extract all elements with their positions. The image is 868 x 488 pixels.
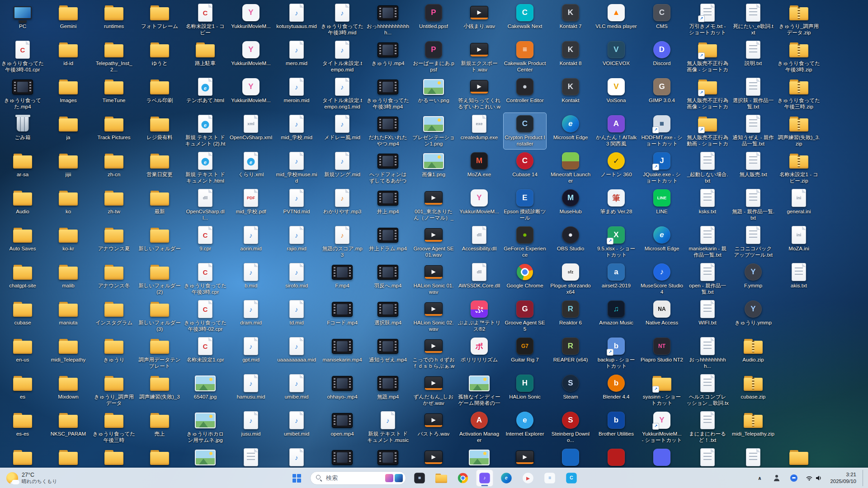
desktop-icon[interactable]: malib — [47, 261, 90, 297]
desktop-icon[interactable]: 無題 - 親作品一覧.txt — [732, 187, 774, 223]
desktop-icon[interactable]: ▶こっでのｈｄずおｆｄｓｂらぶぁ.wav — [412, 335, 455, 371]
desktop-icon[interactable]: _起動しない場合.txt — [686, 150, 729, 186]
desktop-icon[interactable]: DDiscord — [641, 39, 683, 75]
desktop-icon[interactable]: CCMS — [641, 2, 683, 38]
desktop-icon[interactable]: 筆筆まめ Ver.28 — [595, 187, 637, 223]
desktop-icon[interactable]: eMicrosoft Edge — [549, 113, 592, 149]
desktop-icon[interactable]: id-id — [47, 39, 90, 75]
desktop-icon[interactable]: ♪mid_学校.mid — [275, 113, 318, 149]
desktop-icon[interactable]: 井上ドラム.mp4 — [367, 224, 409, 260]
desktop-icon[interactable]: ♪新規 テキスト ドキュメント.musicxml — [367, 409, 409, 446]
desktop-icon[interactable]: きゅうり_調声用データ — [93, 372, 135, 408]
desktop-icon[interactable]: dllOpenCvSharp.dll... — [184, 187, 226, 223]
desktop-icon[interactable]: GGroove Agent SE 5 — [504, 298, 546, 334]
desktop-icon[interactable]: Y↗YukkuriMovieM... - ショートカット — [641, 409, 683, 446]
desktop-icon[interactable]: PUntitled.ppsf — [412, 2, 455, 38]
desktop-icon[interactable]: 孤独なインディーゲーム開発者の一生... — [458, 372, 500, 408]
desktop-icon[interactable]: VVOICEVOX — [595, 39, 637, 75]
desktop-icon[interactable]: zh-cn — [93, 150, 135, 186]
desktop-icon[interactable]: MMuseHub — [549, 187, 592, 223]
desktop-icon[interactable]: ▲VLC media player — [595, 2, 637, 38]
desktop-icon[interactable]: dllAWSSDK.Core.dll — [458, 261, 500, 297]
desktop-icon[interactable]: open.mp4 — [321, 409, 363, 446]
desktop-icon[interactable]: ♪メドレー風.mid — [321, 113, 363, 149]
search-box[interactable]: 検索 — [310, 471, 406, 485]
desktop-icon[interactable]: ●Controller Editor — [504, 76, 546, 112]
desktop-icon[interactable]: YYukkuriMovieM... — [230, 2, 272, 38]
desktop-icon[interactable]: きゅうり食ってた午後三時 — [93, 409, 135, 446]
desktop-icon[interactable]: YYukkuriMovieM... — [230, 39, 272, 75]
desktop-icon[interactable]: C名称未設定1.cpr — [184, 335, 226, 371]
desktop-icon[interactable]: cubase.zip — [732, 372, 774, 408]
desktop-icon[interactable]: YF.ymmp — [732, 261, 774, 297]
desktop-icon[interactable]: まにまにわーるど！.txt — [686, 409, 729, 446]
desktop-icon[interactable]: ▶小銭まり.wav — [458, 2, 500, 38]
desktop-icon[interactable]: ♪b.mid — [230, 261, 272, 297]
start-button[interactable] — [288, 469, 305, 487]
desktop-icon[interactable]: かるーい.png — [412, 76, 455, 112]
desktop-icon[interactable]: manisekarin.mp4 — [321, 335, 363, 371]
taskbar-app-media-player[interactable]: ▶ — [519, 469, 537, 487]
desktop-icon[interactable]: Audio — [1, 187, 44, 223]
desktop-icon[interactable]: 最新 — [138, 187, 181, 223]
desktop-icon[interactable]: 営業日変更 — [138, 150, 181, 186]
desktop-icon[interactable]: ▶HALion Sonic 02.wav — [412, 298, 455, 334]
desktop-icon[interactable]: ▶新規エクスポート.wav — [458, 39, 500, 75]
desktop-icon[interactable]: ♪uaaaaaaaaa.mid — [275, 335, 318, 371]
desktop-icon[interactable]: sfzPlogue sforzando x64 — [549, 261, 592, 297]
desktop-icon[interactable]: アナウンス夏 — [93, 224, 135, 260]
desktop-icon[interactable]: ♪無題のスコア.mp3 — [321, 224, 363, 260]
desktop-icon[interactable]: zh-tw — [93, 187, 135, 223]
desktop-icon[interactable]: きゅうり食ってた.mp4 — [1, 76, 44, 112]
desktop-icon[interactable]: Minecraft Launcher — [549, 150, 592, 186]
desktop-icon[interactable]: ♪mid_学校muse.mid — [275, 150, 318, 186]
desktop-icon[interactable]: YYukkuriMovieM... — [230, 76, 272, 112]
desktop-icon[interactable]: eMicrosoft Edge — [641, 224, 683, 260]
desktop-icon[interactable]: Google Chrome — [504, 261, 546, 297]
desktop-icon[interactable]: ♪タイトル未設定.tempo.orig1.mid — [321, 76, 363, 112]
taskbar-clock[interactable]: 3:21 2025/09/10 — [827, 470, 859, 486]
desktop-icon[interactable]: F.mp4 — [321, 261, 363, 297]
desktop-icon[interactable]: CCubase 14 — [504, 150, 546, 186]
desktop-icon[interactable]: C名称未設定1 - コピー — [184, 2, 226, 38]
desktop-icon[interactable]: Audio.zip — [732, 335, 774, 371]
desktop-icon[interactable]: Telepathy_Inst_2... — [93, 39, 135, 75]
desktop-icon[interactable]: ↗無人販売不正行為画像 - ショートカット — [686, 76, 729, 112]
desktop-icon[interactable]: WIFI.txt — [686, 298, 729, 334]
desktop-icon[interactable]: e新規 テキスト ドキュメント (2).html — [184, 113, 226, 149]
desktop-icon[interactable]: 調声用データテンプレート — [138, 335, 181, 371]
desktop-icon[interactable]: CCrypton Product Installer — [504, 113, 546, 149]
desktop-icon[interactable]: レジ袋有料 — [138, 113, 181, 149]
show-desktop-strip[interactable] — [863, 470, 865, 486]
desktop-icon[interactable]: ♪td.mid — [275, 298, 318, 334]
desktop-icon[interactable]: Images — [47, 76, 90, 112]
desktop-icon[interactable]: きゅうりホカロン用サムネ.jpg — [184, 409, 226, 446]
desktop-icon[interactable]: EEpson 接続診断ツール — [504, 187, 546, 223]
desktop-icon[interactable]: きゅうり — [93, 335, 135, 371]
desktop-icon[interactable]: ♪rajio.mid — [275, 224, 318, 260]
desktop-icon[interactable]: ♪umibet.mid — [275, 409, 318, 446]
desktop-icon[interactable]: eテンポあて.html — [184, 76, 226, 112]
desktop-icon[interactable]: PDFmid_学校.pdf — [230, 187, 272, 223]
desktop-icon[interactable]: iniMoZA.ini — [778, 224, 820, 260]
desktop-icon[interactable]: ♪dram.mid — [230, 298, 272, 334]
network-volume-group[interactable] — [804, 471, 824, 485]
desktop-icon[interactable]: ♪わかりやす.mp3 — [321, 187, 363, 223]
taskbar-app-microsoft-edge[interactable]: e — [498, 469, 515, 487]
desktop-icon[interactable]: 新しいフォルダー (3) — [138, 298, 181, 334]
desktop-icon[interactable]: Mixdown — [47, 372, 90, 408]
desktop-icon[interactable]: SSteinberg Downlo... — [549, 409, 592, 446]
desktop-icon[interactable]: KKontakt 7 — [549, 2, 592, 38]
desktop-icon[interactable]: ぷぷよぷよ™テトリス®2 — [458, 298, 500, 334]
desktop-icon[interactable]: ▶HALion Sonic 01.wav — [412, 261, 455, 297]
desktop-icon[interactable]: ko — [47, 187, 90, 223]
desktop-icon[interactable]: ▶バストろ.wav — [412, 409, 455, 446]
desktop-icon[interactable]: ✓ノートン 360 — [595, 150, 637, 186]
desktop-icon[interactable]: 無題.mp4 — [367, 372, 409, 408]
desktop-icon[interactable]: RReaktor 6 — [549, 298, 592, 334]
desktop-icon[interactable]: きゅうり.mp4 — [367, 39, 409, 75]
desktop-icon[interactable]: ≡Cakewalk Product Center — [504, 39, 546, 75]
taskbar-app-notepad[interactable]: ≡ — [541, 469, 558, 487]
desktop-icon[interactable]: ko-kr — [47, 224, 90, 260]
desktop-icon[interactable]: 新しいフォルダー (2) — [138, 261, 181, 297]
